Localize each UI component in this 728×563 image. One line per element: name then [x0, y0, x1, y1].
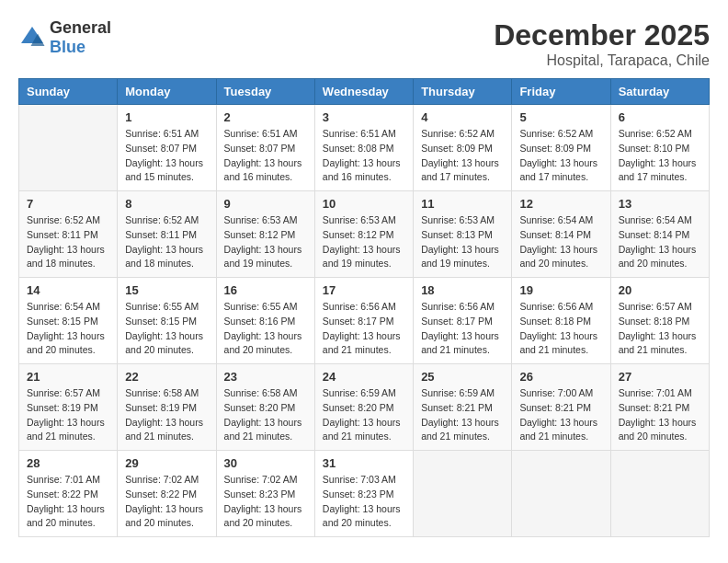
day-cell: 11Sunrise: 6:53 AM Sunset: 8:13 PM Dayli…	[414, 191, 512, 278]
day-number: 14	[27, 283, 109, 297]
day-info: Sunrise: 6:56 AM Sunset: 8:17 PM Dayligh…	[323, 300, 405, 358]
day-info: Sunrise: 6:54 AM Sunset: 8:14 PM Dayligh…	[519, 213, 602, 271]
day-cell: 10Sunrise: 6:53 AM Sunset: 8:12 PM Dayli…	[314, 191, 413, 278]
logo: General Blue	[18, 18, 111, 57]
day-info: Sunrise: 6:54 AM Sunset: 8:15 PM Dayligh…	[27, 300, 109, 358]
day-cell: 14Sunrise: 6:54 AM Sunset: 8:15 PM Dayli…	[19, 278, 118, 364]
weekday-header-row: SundayMondayTuesdayWednesdayThursdayFrid…	[19, 79, 710, 105]
week-row-1: 1Sunrise: 6:51 AM Sunset: 8:07 PM Daylig…	[19, 105, 710, 191]
day-number: 8	[125, 197, 208, 211]
day-info: Sunrise: 6:55 AM Sunset: 8:15 PM Dayligh…	[125, 300, 208, 358]
day-cell: 23Sunrise: 6:58 AM Sunset: 8:20 PM Dayli…	[216, 364, 314, 451]
day-number: 29	[125, 456, 208, 470]
day-number: 7	[27, 197, 109, 211]
day-cell: 25Sunrise: 6:59 AM Sunset: 8:21 PM Dayli…	[414, 364, 512, 451]
day-info: Sunrise: 6:51 AM Sunset: 8:07 PM Dayligh…	[125, 127, 208, 185]
day-info: Sunrise: 6:57 AM Sunset: 8:18 PM Dayligh…	[619, 300, 701, 358]
day-cell: 7Sunrise: 6:52 AM Sunset: 8:11 PM Daylig…	[19, 191, 118, 278]
day-cell: 5Sunrise: 6:52 AM Sunset: 8:09 PM Daylig…	[512, 105, 610, 191]
day-number: 30	[224, 456, 307, 470]
day-number: 5	[519, 110, 602, 124]
day-number: 16	[224, 283, 307, 297]
week-row-4: 21Sunrise: 6:57 AM Sunset: 8:19 PM Dayli…	[19, 364, 710, 451]
day-info: Sunrise: 6:58 AM Sunset: 8:20 PM Dayligh…	[224, 386, 307, 444]
day-cell	[414, 451, 512, 537]
day-number: 12	[519, 197, 602, 211]
day-cell: 24Sunrise: 6:59 AM Sunset: 8:20 PM Dayli…	[314, 364, 413, 451]
weekday-header-monday: Monday	[118, 79, 216, 105]
day-number: 11	[421, 197, 504, 211]
day-number: 22	[125, 370, 208, 384]
day-cell: 17Sunrise: 6:56 AM Sunset: 8:17 PM Dayli…	[314, 278, 413, 364]
day-cell: 16Sunrise: 6:55 AM Sunset: 8:16 PM Dayli…	[216, 278, 314, 364]
day-cell	[512, 451, 610, 537]
day-cell: 3Sunrise: 6:51 AM Sunset: 8:08 PM Daylig…	[314, 105, 413, 191]
day-cell: 21Sunrise: 6:57 AM Sunset: 8:19 PM Dayli…	[19, 364, 118, 451]
day-number: 15	[125, 283, 208, 297]
day-number: 4	[421, 110, 504, 124]
day-number: 2	[224, 110, 307, 124]
day-number: 1	[125, 110, 208, 124]
day-number: 25	[421, 370, 504, 384]
day-info: Sunrise: 7:00 AM Sunset: 8:21 PM Dayligh…	[519, 386, 602, 444]
day-cell: 22Sunrise: 6:58 AM Sunset: 8:19 PM Dayli…	[118, 364, 216, 451]
day-info: Sunrise: 6:52 AM Sunset: 8:11 PM Dayligh…	[125, 213, 208, 271]
day-info: Sunrise: 6:55 AM Sunset: 8:16 PM Dayligh…	[224, 300, 307, 358]
day-info: Sunrise: 6:53 AM Sunset: 8:13 PM Dayligh…	[421, 213, 504, 271]
day-cell: 2Sunrise: 6:51 AM Sunset: 8:07 PM Daylig…	[216, 105, 314, 191]
weekday-header-sunday: Sunday	[19, 79, 118, 105]
day-number: 28	[27, 456, 109, 470]
day-number: 17	[323, 283, 405, 297]
week-row-3: 14Sunrise: 6:54 AM Sunset: 8:15 PM Dayli…	[19, 278, 710, 364]
day-cell: 20Sunrise: 6:57 AM Sunset: 8:18 PM Dayli…	[610, 278, 709, 364]
day-number: 26	[519, 370, 602, 384]
day-number: 18	[421, 283, 504, 297]
day-number: 19	[519, 283, 602, 297]
day-number: 31	[323, 456, 405, 470]
day-cell: 26Sunrise: 7:00 AM Sunset: 8:21 PM Dayli…	[512, 364, 610, 451]
day-info: Sunrise: 6:51 AM Sunset: 8:08 PM Dayligh…	[323, 127, 405, 185]
day-info: Sunrise: 7:02 AM Sunset: 8:22 PM Dayligh…	[125, 473, 208, 531]
day-info: Sunrise: 6:52 AM Sunset: 8:09 PM Dayligh…	[421, 127, 504, 185]
weekday-header-thursday: Thursday	[414, 79, 512, 105]
day-info: Sunrise: 6:56 AM Sunset: 8:18 PM Dayligh…	[519, 300, 602, 358]
day-info: Sunrise: 6:53 AM Sunset: 8:12 PM Dayligh…	[224, 213, 307, 271]
day-info: Sunrise: 6:54 AM Sunset: 8:14 PM Dayligh…	[619, 213, 701, 271]
day-cell: 1Sunrise: 6:51 AM Sunset: 8:07 PM Daylig…	[118, 105, 216, 191]
calendar: SundayMondayTuesdayWednesdayThursdayFrid…	[18, 78, 710, 537]
day-info: Sunrise: 7:01 AM Sunset: 8:22 PM Dayligh…	[27, 473, 109, 531]
day-number: 27	[619, 370, 701, 384]
title-area: December 2025 Hospital, Tarapaca, Chile	[494, 18, 710, 69]
day-number: 10	[323, 197, 405, 211]
weekday-header-friday: Friday	[512, 79, 610, 105]
day-cell: 28Sunrise: 7:01 AM Sunset: 8:22 PM Dayli…	[19, 451, 118, 537]
day-info: Sunrise: 6:59 AM Sunset: 8:21 PM Dayligh…	[421, 386, 504, 444]
day-info: Sunrise: 6:52 AM Sunset: 8:10 PM Dayligh…	[619, 127, 701, 185]
day-cell: 30Sunrise: 7:02 AM Sunset: 8:23 PM Dayli…	[216, 451, 314, 537]
day-cell: 19Sunrise: 6:56 AM Sunset: 8:18 PM Dayli…	[512, 278, 610, 364]
week-row-2: 7Sunrise: 6:52 AM Sunset: 8:11 PM Daylig…	[19, 191, 710, 278]
logo-blue: Blue	[50, 38, 85, 56]
day-info: Sunrise: 7:02 AM Sunset: 8:23 PM Dayligh…	[224, 473, 307, 531]
day-cell: 13Sunrise: 6:54 AM Sunset: 8:14 PM Dayli…	[610, 191, 709, 278]
weekday-header-saturday: Saturday	[610, 79, 709, 105]
day-cell: 9Sunrise: 6:53 AM Sunset: 8:12 PM Daylig…	[216, 191, 314, 278]
day-info: Sunrise: 6:59 AM Sunset: 8:20 PM Dayligh…	[323, 386, 405, 444]
day-number: 24	[323, 370, 405, 384]
day-number: 3	[323, 110, 405, 124]
day-cell: 29Sunrise: 7:02 AM Sunset: 8:22 PM Dayli…	[118, 451, 216, 537]
day-number: 13	[619, 197, 701, 211]
day-info: Sunrise: 6:53 AM Sunset: 8:12 PM Dayligh…	[323, 213, 405, 271]
day-number: 6	[619, 110, 701, 124]
header: General Blue December 2025 Hospital, Tar…	[18, 18, 710, 69]
weekday-header-tuesday: Tuesday	[216, 79, 314, 105]
day-info: Sunrise: 6:52 AM Sunset: 8:11 PM Dayligh…	[27, 213, 109, 271]
day-info: Sunrise: 6:58 AM Sunset: 8:19 PM Dayligh…	[125, 386, 208, 444]
day-cell: 31Sunrise: 7:03 AM Sunset: 8:23 PM Dayli…	[314, 451, 413, 537]
logo-general: General	[50, 18, 111, 37]
logo-icon	[18, 24, 46, 52]
day-number: 9	[224, 197, 307, 211]
day-cell: 8Sunrise: 6:52 AM Sunset: 8:11 PM Daylig…	[118, 191, 216, 278]
day-cell	[19, 105, 118, 191]
logo-text: General Blue	[50, 18, 111, 57]
